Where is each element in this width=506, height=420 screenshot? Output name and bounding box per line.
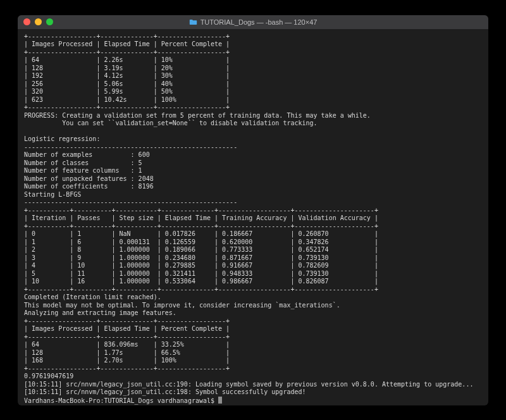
warning-message: This model may not be optimal. To improv… (24, 302, 340, 309)
table-sep: +-----------+----------+-----------+----… (24, 207, 378, 214)
log-line: [10:15:11] src/nnvm/legacy_json_util.cc:… (24, 381, 473, 388)
table-row: | 0 | 1 | NaN | 0.017826 | 0.186667 | 0.… (24, 230, 378, 237)
table-header: | Images Processed | Elapsed Time | Perc… (24, 325, 230, 332)
shell-prompt: Vardhans-MacBook-Pro:TUTORIAL_Dogs vardh… (24, 397, 218, 404)
table-row: | 10 | 16 | 1.000000 | 0.533064 | 0.9866… (24, 278, 378, 285)
table-row: | 192 | 4.12s | 30% | (24, 72, 230, 79)
table-sep: +------------------+--------------+-----… (24, 104, 230, 111)
table-header: | Iteration | Passes | Step size | Elaps… (24, 214, 378, 221)
zoom-icon[interactable] (46, 18, 53, 25)
minimize-icon[interactable] (35, 18, 42, 25)
terminal-output[interactable]: +------------------+--------------+-----… (18, 29, 488, 405)
info-line: Number of feature columns : 1 (24, 167, 142, 174)
traffic-lights (23, 18, 53, 25)
progress-hint: You can set ``validation_set=None`` to d… (24, 120, 318, 127)
completed-message: Completed (Iteration limit reached). (24, 293, 161, 300)
table-row: | 128 | 3.19s | 20% | (24, 65, 230, 71)
table-row: | 128 | 1.77s | 66.5% | (24, 349, 230, 356)
accuracy-value: 0.97619047619 (24, 373, 73, 380)
close-icon[interactable] (23, 18, 30, 25)
table-sep: +------------------+--------------+-----… (24, 33, 230, 40)
table-sep: +------------------+--------------+-----… (24, 365, 230, 372)
window-title: TUTORIAL_Dogs — -bash — 120×47 (18, 18, 488, 26)
info-line: Number of examples : 600 (24, 151, 150, 158)
table-row: | 64 | 836.096ms | 33.25% | (24, 341, 230, 348)
table-row: | 5 | 11 | 1.000000 | 0.321411 | 0.94833… (24, 270, 378, 277)
terminal-window: TUTORIAL_Dogs — -bash — 120×47 +--------… (18, 15, 488, 405)
folder-icon (189, 19, 197, 25)
info-line: Starting L-BFGS (24, 191, 81, 198)
table-row: | 168 | 2.70s | 100% | (24, 357, 230, 364)
progress-message: PROGRESS: Creating a validation set from… (24, 112, 371, 119)
info-line: Number of classes : 5 (24, 159, 142, 166)
titlebar[interactable]: TUTORIAL_Dogs — -bash — 120×47 (18, 15, 488, 29)
table-sep: +------------------+--------------+-----… (24, 318, 230, 324)
table-row: | 64 | 2.26s | 10% | (24, 56, 230, 63)
info-line: Number of coefficients : 8196 (24, 183, 154, 190)
cursor-icon[interactable] (218, 397, 222, 404)
table-row: | 1 | 6 | 0.000131 | 0.126559 | 0.620000… (24, 238, 378, 245)
log-line: [10:15:11] src/nnvm/legacy_json_util.cc:… (24, 388, 306, 395)
status-message: Analyzing and extracting image features. (24, 309, 176, 316)
dash-sep: ----------------------------------------… (24, 199, 237, 206)
section-header: Logistic regression: (24, 135, 100, 142)
table-row: | 4 | 10 | 1.000000 | 0.279885 | 0.91666… (24, 262, 378, 269)
table-row: | 623 | 10.42s | 100% | (24, 96, 230, 103)
table-sep: +-----------+----------+-----------+----… (24, 223, 378, 230)
table-header: | Images Processed | Elapsed Time | Perc… (24, 40, 230, 47)
table-row: | 256 | 5.06s | 40% | (24, 80, 230, 87)
table-row: | 320 | 5.99s | 50% | (24, 88, 230, 95)
dash-sep: ----------------------------------------… (24, 144, 237, 151)
table-sep: +------------------+--------------+-----… (24, 333, 230, 340)
window-title-text: TUTORIAL_Dogs — -bash — 120×47 (201, 18, 318, 26)
table-row: | 2 | 8 | 1.000000 | 0.189066 | 0.773333… (24, 246, 378, 253)
table-sep: +-----------+----------+-----------+----… (24, 286, 378, 293)
info-line: Number of unpacked features : 2048 (24, 175, 154, 182)
table-row: | 3 | 9 | 1.000000 | 0.234680 | 0.871667… (24, 254, 378, 261)
table-sep: +------------------+--------------+-----… (24, 49, 230, 56)
